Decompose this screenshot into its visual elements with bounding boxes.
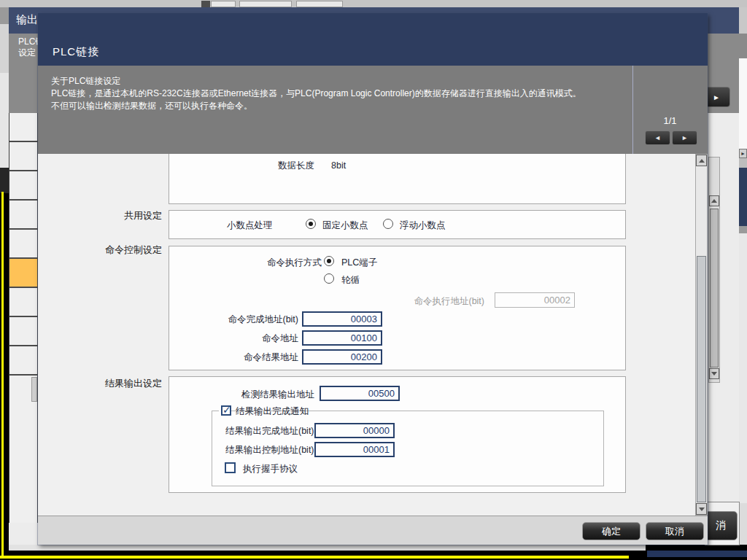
output-done-addr-label: 结果输出完成地址(bit) xyxy=(225,425,314,438)
handshake-checkbox[interactable] xyxy=(225,462,236,473)
page-prev-button[interactable]: ◄ xyxy=(645,131,670,145)
scroll-up-icon[interactable] xyxy=(696,155,707,166)
notify-label: 结果输出完成通知 xyxy=(236,405,309,418)
scroll-down-icon[interactable] xyxy=(696,503,707,515)
toolbar-button[interactable] xyxy=(211,1,236,7)
exec-addr-label: 命令执行地址(bit) xyxy=(337,295,484,308)
background-grid-cell-selected[interactable] xyxy=(9,259,37,288)
background-footer-panel: 消 xyxy=(705,502,740,545)
background-grid-cell[interactable] xyxy=(9,142,37,171)
cmd-addr-label: 命令地址 xyxy=(169,332,298,345)
dialog-titlebar: PLC链接 xyxy=(38,13,708,66)
toolbar-block xyxy=(201,1,210,7)
group-result-output: 检测结果输出地址 结果输出完成通知 结果输出完成地址(bit) 结果输出控制地址… xyxy=(169,376,626,493)
page-indicator: 1/1 xyxy=(632,115,708,126)
result-out-addr-input[interactable] xyxy=(320,386,400,401)
left-edge-strip xyxy=(0,168,9,193)
right-edge-strip xyxy=(739,7,747,34)
background-cancel-button[interactable]: 消 xyxy=(704,511,738,540)
screen: 输出 PLC链 设定 ► ► 消 xyxy=(0,0,747,560)
dialog-scrollbar[interactable] xyxy=(695,154,708,516)
group-common: 小数点处理 固定小数点 浮动小数点 xyxy=(169,210,626,239)
background-dialog-title: 输出 xyxy=(16,13,38,27)
background-grid-cell[interactable] xyxy=(9,317,37,346)
data-length-value: 8bit xyxy=(331,160,346,171)
scroll-up-icon[interactable] xyxy=(709,195,719,206)
output-ctrl-addr-label: 结果输出控制地址(bit) xyxy=(225,444,314,456)
output-done-addr-input[interactable] xyxy=(314,423,395,438)
handshake-label: 执行握手协议 xyxy=(243,463,298,475)
description-text: 关于PLC链接设定 PLC链接，是通过本机的RS-232C连接器或Etherne… xyxy=(51,75,581,112)
dialog-title: PLC链接 xyxy=(53,45,99,59)
background-mini-scrollbar[interactable] xyxy=(31,377,37,402)
right-edge-strip xyxy=(739,34,747,58)
plc-terminal-label: PLC端子 xyxy=(341,257,377,269)
pager-divider xyxy=(632,66,633,154)
description-line: 关于PLC链接设定 xyxy=(51,75,581,88)
background-scrollbar-thumb[interactable] xyxy=(710,209,719,368)
cancel-button[interactable]: 取消 xyxy=(646,522,704,540)
edge-arrow-button[interactable]: ► xyxy=(739,149,747,158)
dialog-scroll-content: 数据长度 8bit 共用设定 小数点处理 固定小数点 浮动小数点 命令控制设定 … xyxy=(38,154,708,516)
floating-decimal-label: 浮动小数点 xyxy=(400,219,446,232)
right-edge-strip xyxy=(739,168,747,226)
background-grid-cell[interactable] xyxy=(9,201,37,230)
right-edge-strip xyxy=(739,233,747,503)
exec-addr-input xyxy=(495,292,575,308)
background-grid-cell[interactable] xyxy=(9,288,37,317)
ok-button[interactable]: 确定 xyxy=(582,522,640,540)
plc-link-dialog: PLC链接 关于PLC链接设定 PLC链接，是通过本机的RS-232C连接器或E… xyxy=(38,13,708,545)
right-edge-strip xyxy=(739,58,747,149)
result-out-addr-label: 检测结果输出地址 xyxy=(169,389,314,401)
dialog-footer: 确定 取消 xyxy=(38,516,708,545)
right-edge-strip xyxy=(739,503,747,545)
page-next-button[interactable]: ► xyxy=(672,131,697,145)
toolbar-button[interactable] xyxy=(239,1,292,7)
notify-checkbox[interactable] xyxy=(221,405,231,416)
right-edge-strip xyxy=(739,158,747,168)
left-edge-strip xyxy=(0,7,9,24)
background-grid-cell[interactable] xyxy=(9,171,37,201)
background-grid-cell[interactable] xyxy=(9,113,37,142)
background-text-fragment: 设定 xyxy=(18,47,36,59)
section-label-common: 共用设定 xyxy=(38,209,162,222)
right-edge-strip xyxy=(739,0,747,7)
cmd-addr-input[interactable] xyxy=(302,330,382,346)
pager-buttons: ◄ ► xyxy=(645,131,697,145)
radio-polling[interactable] xyxy=(324,273,334,284)
dialog-scrollbar-thumb[interactable] xyxy=(697,256,706,502)
left-edge-strip xyxy=(0,24,9,73)
radio-plc-terminal[interactable] xyxy=(324,256,334,266)
radio-floating-decimal[interactable] xyxy=(383,219,393,229)
decimal-handling-label: 小数点处理 xyxy=(227,219,273,232)
scroll-down-icon[interactable] xyxy=(709,368,719,379)
section-label-command: 命令控制设定 xyxy=(38,244,162,257)
fixed-decimal-label: 固定小数点 xyxy=(322,219,368,232)
highlight-border-vertical xyxy=(1,192,4,559)
group-command: 命令执行方式 PLC端子 轮循 命令执行地址(bit) 命令完成地址(bit) … xyxy=(169,246,626,370)
notify-legend: 结果输出完成通知 xyxy=(219,405,226,416)
bottom-navy-strip xyxy=(647,551,747,557)
left-edge-strip xyxy=(0,73,9,168)
radio-fixed-decimal[interactable] xyxy=(306,219,316,229)
bottom-strip xyxy=(9,545,646,551)
dialog-description-band: 关于PLC链接设定 PLC链接，是通过本机的RS-232C连接器或Etherne… xyxy=(38,66,708,154)
group-data-length: 数据长度 8bit xyxy=(169,154,626,204)
data-length-label: 数据长度 xyxy=(256,160,314,172)
polling-label: 轮循 xyxy=(341,274,360,287)
right-edge-strip xyxy=(739,226,747,233)
exec-mode-label: 命令执行方式 xyxy=(169,257,322,269)
done-addr-label: 命令完成地址(bit) xyxy=(169,314,298,326)
description-line: 不但可以输出检测结果数据，还可以执行各种命令。 xyxy=(51,100,581,112)
section-label-result-output: 结果输出设定 xyxy=(38,377,162,390)
done-addr-input[interactable] xyxy=(302,311,382,327)
background-scrollbar[interactable] xyxy=(708,157,720,383)
background-grid-cell[interactable] xyxy=(9,230,37,259)
toolbar-button[interactable] xyxy=(296,1,343,7)
highlight-border-horizontal xyxy=(0,556,629,559)
output-ctrl-addr-input[interactable] xyxy=(314,442,395,457)
background-grid-column xyxy=(9,113,39,523)
background-grid-cell[interactable] xyxy=(9,346,37,376)
cmd-result-addr-input[interactable] xyxy=(302,349,382,365)
cmd-result-addr-label: 命令结果地址 xyxy=(169,351,298,364)
